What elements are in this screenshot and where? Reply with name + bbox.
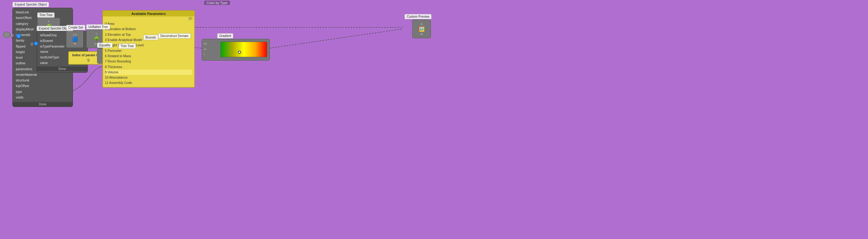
gradient-dot bbox=[238, 51, 241, 54]
cs-lbl: L S bbox=[73, 33, 76, 36]
cp-icon: 🖼️ bbox=[418, 26, 425, 32]
custom-preview-label: Custom Preview bbox=[405, 14, 432, 19]
available-parameters-panel: Available Parameters (0) 0 Area 1 Elevat… bbox=[102, 10, 195, 88]
avail-item-0: 0 Area bbox=[105, 21, 192, 26]
gradient-label: Gradient bbox=[217, 33, 233, 38]
equality-label: Equality bbox=[97, 43, 113, 48]
expand-item-structural: structural bbox=[13, 77, 72, 83]
cs-m: M bbox=[74, 42, 76, 45]
trim-tree2-label: Trim Tree bbox=[119, 44, 136, 49]
avail-item-8: 8 Thickness bbox=[105, 64, 192, 70]
grad-t: t bbox=[204, 53, 207, 56]
gradient-node[interactable]: L0 L1 t bbox=[202, 39, 270, 61]
unflatten-tree-label: Unflatten Tree bbox=[86, 24, 110, 29]
svg-line-11 bbox=[270, 29, 403, 48]
ut-t: T bbox=[96, 33, 97, 35]
expand-item-rendermaterial: renderMaterial bbox=[13, 72, 72, 77]
expand-speckle-object-label: Expand Speckle Object bbox=[12, 2, 49, 7]
avail-item-10: 10 Absorptance bbox=[105, 75, 192, 80]
custom-preview-inner: G 🖼️ M bbox=[417, 22, 426, 37]
expand-item-voids: voids bbox=[13, 95, 72, 100]
trim-tree-t-label: T bbox=[48, 20, 50, 23]
deconstruct-domain-label: Deconstruct Domain bbox=[158, 33, 191, 38]
expand2-done: Done bbox=[37, 67, 88, 71]
avail-params-count: (0) bbox=[103, 17, 194, 21]
input-pill bbox=[3, 32, 10, 38]
gradient-inputs: L0 L1 t bbox=[204, 42, 207, 56]
avail-item-6: 6 Related to Mass bbox=[105, 53, 192, 59]
expand2-sphere-icon bbox=[34, 41, 38, 46]
avail-item-5: 5 Perimeter bbox=[105, 48, 192, 53]
expand-item-topoffset: topOffset bbox=[13, 83, 72, 88]
avail-item-7: 7 Room Bounding bbox=[105, 59, 192, 64]
create-set-label: Create Set bbox=[66, 25, 85, 30]
bounds-label: Bounds bbox=[143, 35, 158, 40]
ut-icon: 🌳 bbox=[93, 36, 100, 42]
grad-l0: L0 bbox=[204, 42, 207, 45]
avail-item-4: 4 Height Offset From Level bbox=[105, 43, 192, 48]
expand-item-type: type bbox=[13, 89, 72, 95]
custom-preview-node[interactable]: G 🖼️ M bbox=[412, 20, 431, 38]
avail-params-list: 0 Area 1 Elevation at Bottom 2 Elevation… bbox=[103, 21, 194, 87]
input-sphere-icon bbox=[16, 33, 21, 38]
cp-m: M bbox=[421, 33, 423, 35]
cp-gm: G bbox=[421, 23, 423, 25]
color-by-type-label: Color by Type bbox=[204, 1, 230, 5]
grad-l1: L1 bbox=[204, 48, 207, 50]
cs-icon: 🟦 bbox=[72, 37, 78, 42]
avail-item-11: 11 Assembly Code bbox=[105, 80, 192, 85]
create-set-node[interactable]: L S 🟦 M bbox=[66, 30, 84, 48]
avail-params-header: Available Parameters bbox=[103, 11, 194, 17]
gradient-bar bbox=[221, 42, 267, 57]
expand2-o-label: O bbox=[31, 43, 33, 46]
create-set-inner: L S 🟦 M bbox=[71, 32, 79, 46]
avail-item-1: 1 Elevation at Bottom bbox=[105, 26, 192, 32]
expand-node-done: Done bbox=[13, 102, 72, 107]
avail-item-9: 9 Volume bbox=[105, 70, 192, 75]
input-o-label: O bbox=[11, 34, 14, 37]
trim-tree-label: Trim Tree bbox=[37, 12, 55, 18]
